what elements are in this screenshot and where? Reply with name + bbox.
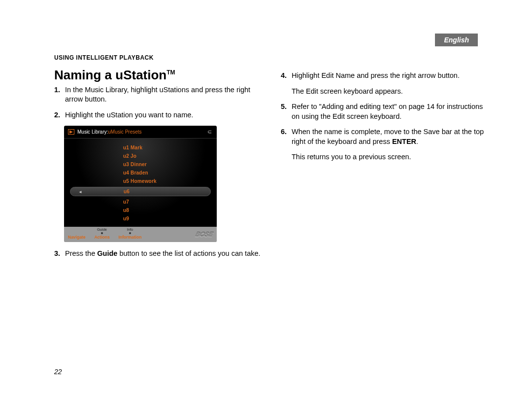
device-footer: Navigate Guide Actions Info Information …	[64, 227, 217, 242]
page-number: 22	[54, 368, 62, 376]
footer-button-label: Guide	[94, 228, 109, 232]
station-item: u1 Mark	[64, 143, 217, 152]
content-columns: Naming a uStationTM 1. In the Music Libr…	[54, 68, 488, 265]
station-list: u1 Mark u2 Jo u3 Dinner u4 Braden u5 Hom…	[64, 139, 217, 227]
dot-icon	[101, 232, 103, 234]
footer-label: Actions	[94, 235, 109, 240]
step-text: Refer to "Adding and editing text" on pa…	[292, 103, 483, 120]
page-title: Naming a uStationTM	[54, 68, 261, 82]
step-4-note: The Edit screen keyboard appears.	[292, 87, 488, 97]
steps-list-right-2: 5. Refer to "Adding and editing text" on…	[281, 102, 488, 146]
left-column: Naming a uStationTM 1. In the Music Libr…	[54, 68, 261, 265]
language-tab: English	[435, 34, 478, 46]
step-text-pre: Press the	[65, 249, 97, 257]
step-1: 1. In the Music Library, highlight uStat…	[54, 85, 261, 105]
brand-logo: BOSE	[195, 231, 214, 238]
station-item-selected: u6	[70, 187, 211, 196]
breadcrumb-current: uMusic Presets	[108, 129, 141, 135]
loop-icon: ⊂	[207, 129, 212, 135]
device-screenshot: ▶ Music Library: uMusic Presets ⊂ u1 Mar…	[64, 126, 217, 242]
device-breadcrumb: ▶ Music Library: uMusic Presets ⊂	[64, 126, 217, 139]
step-number: 4.	[281, 71, 287, 81]
station-item: u4 Braden	[64, 169, 217, 177]
station-item: u8	[64, 206, 217, 214]
step-number: 5.	[281, 102, 287, 112]
step-text-post: button to see the list of actions you ca…	[117, 249, 260, 257]
section-label: Using intelligent playback	[54, 54, 488, 61]
step-text-pre: When the name is complete, move to the S…	[292, 128, 484, 145]
footer-button-label: Info	[119, 228, 142, 232]
station-item: u9	[64, 214, 217, 223]
step-number: 3.	[54, 249, 60, 259]
step-text-post: .	[416, 138, 418, 145]
manual-page: English Using intelligent playback Namin…	[0, 0, 532, 420]
footer-information: Info Information	[119, 228, 142, 240]
play-icon: ▶	[68, 129, 74, 135]
step-5: 5. Refer to "Adding and editing text" on…	[281, 102, 488, 121]
footer-navigate: Navigate	[68, 235, 85, 240]
station-item: u3 Dinner	[64, 160, 217, 169]
steps-list-right: 4. Highlight Edit Name and press the rig…	[281, 71, 488, 81]
step-text-bold: Guide	[97, 249, 117, 257]
step-6: 6. When the name is complete, move to th…	[281, 127, 488, 146]
steps-list-left-cont: 3. Press the Guide button to see the lis…	[54, 249, 261, 259]
footer-label: Information	[119, 235, 142, 240]
station-item: u5 Homework	[64, 177, 217, 185]
step-text: Highlight Edit Name and press the right …	[292, 71, 460, 79]
title-text: Naming a uStation	[54, 68, 166, 82]
step-text-bold: ENTER	[392, 138, 416, 145]
step-4: 4. Highlight Edit Name and press the rig…	[281, 71, 488, 81]
trademark-symbol: TM	[166, 69, 175, 76]
breadcrumb-root: Music Library:	[77, 129, 108, 135]
steps-list-left: 1. In the Music Library, highlight uStat…	[54, 85, 261, 120]
step-text: Highlight the uStation you want to name.	[65, 111, 193, 119]
station-item: u2 Jo	[64, 152, 217, 160]
step-number: 1.	[54, 85, 60, 95]
step-number: 6.	[281, 127, 287, 137]
step-text: In the Music Library, highlight uStation…	[65, 86, 250, 104]
step-number: 2.	[54, 110, 60, 120]
step-2: 2. Highlight the uStation you want to na…	[54, 110, 261, 120]
step-6-note: This returns you to a previous screen.	[292, 152, 488, 162]
footer-label: Navigate	[68, 235, 85, 240]
device-screen: ▶ Music Library: uMusic Presets ⊂ u1 Mar…	[64, 126, 217, 227]
step-3: 3. Press the Guide button to see the lis…	[54, 249, 261, 259]
footer-actions: Guide Actions	[94, 228, 109, 240]
right-column: 4. Highlight Edit Name and press the rig…	[281, 68, 488, 265]
dot-icon	[129, 232, 131, 234]
station-item: u7	[64, 198, 217, 206]
